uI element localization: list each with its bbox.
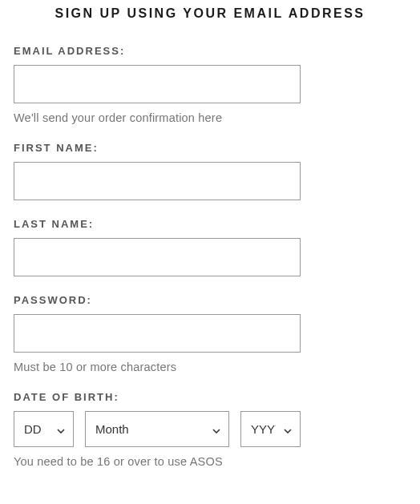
dob-label: DATE OF BIRTH: [14,391,406,403]
dob-month-select[interactable]: Month [86,412,228,446]
dob-field-group: DATE OF BIRTH: DD Month YYYY [14,391,406,468]
password-input[interactable] [14,314,301,353]
last-name-input[interactable] [14,238,301,276]
dob-day-select[interactable]: DD [14,412,73,446]
dob-help-text: You need to be 16 or over to use ASOS [14,455,406,468]
last-name-field-group: LAST NAME: [14,218,406,276]
first-name-label: FIRST NAME: [14,142,406,154]
dob-row: DD Month YYYY [14,411,406,447]
email-help-text: We'll send your order confirmation here [14,111,406,124]
email-input[interactable] [14,65,301,103]
dob-year-select[interactable]: YYYY [241,412,300,446]
dob-day-wrapper: DD [14,411,74,447]
password-label: PASSWORD: [14,294,406,306]
dob-month-wrapper: Month [85,411,229,447]
first-name-field-group: FIRST NAME: [14,142,406,200]
password-help-text: Must be 10 or more characters [14,361,406,373]
page-title: SIGN UP USING YOUR EMAIL ADDRESS [14,6,406,21]
email-label: EMAIL ADDRESS: [14,45,406,57]
dob-year-wrapper: YYYY [240,411,301,447]
email-field-group: EMAIL ADDRESS: We'll send your order con… [14,45,406,124]
password-field-group: PASSWORD: Must be 10 or more characters [14,294,406,373]
last-name-label: LAST NAME: [14,218,406,230]
first-name-input[interactable] [14,162,301,200]
